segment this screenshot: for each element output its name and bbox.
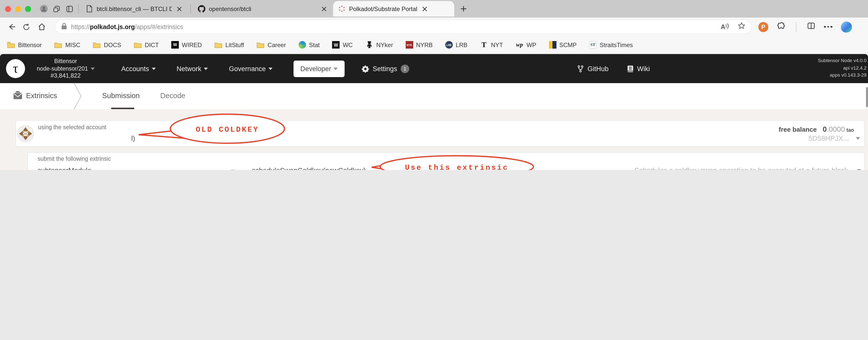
nav-governance[interactable]: Governance [229, 65, 272, 72]
zoom-window-button[interactable] [25, 6, 31, 12]
wc-icon: W [332, 41, 340, 49]
close-tab-icon[interactable] [320, 5, 328, 13]
scmp-icon [549, 41, 556, 49]
chevron-down-icon [857, 169, 861, 170]
bookmark-straitstimes[interactable]: STStraitsTimes [589, 41, 633, 49]
method-description[interactable]: Schedules a coldkey swap operation to be… [634, 166, 861, 170]
read-aloud-icon[interactable]: A [721, 23, 729, 31]
straitstimes-icon: ST [589, 41, 597, 49]
reload-icon[interactable] [19, 19, 34, 34]
back-icon[interactable] [4, 19, 19, 34]
nav-network[interactable]: Network [177, 65, 208, 72]
bookmark-wc[interactable]: WWC [332, 41, 352, 49]
newyorker-dandy-icon [365, 41, 373, 49]
section-title: Extrinsics [26, 92, 57, 100]
extrinsic-select-row: submit the following extrinsic subtensor… [28, 152, 865, 170]
more-menu-icon[interactable] [824, 26, 832, 28]
account-select-row[interactable]: using the selected account l) free balan… [16, 120, 865, 147]
favorite-star-icon[interactable] [738, 22, 745, 32]
folder-icon [93, 41, 101, 49]
bookmark-lrb[interactable]: LRBLRB [445, 41, 468, 49]
version-info: Subtensor Node v4.0.0 api v12.4.2 apps v… [818, 57, 867, 79]
account-identicon [17, 125, 34, 142]
module-select[interactable]: subtensorModule [37, 166, 91, 170]
node-name: node-subtensor/201 [37, 65, 88, 71]
bookmark-litstuff[interactable]: LitStuff [214, 41, 244, 49]
book-icon [627, 65, 633, 72]
free-balance: free balance 0.0000tao [779, 125, 854, 134]
bookmark-nyt[interactable]: TNYT [480, 41, 503, 49]
split-screen-icon[interactable] [807, 22, 815, 32]
tab-submission[interactable]: Submission [102, 92, 140, 100]
bittensor-logo[interactable]: τ [6, 59, 25, 78]
folder-icon [214, 41, 222, 49]
chevron-down-icon [90, 68, 94, 70]
account-address-dropdown[interactable]: 5D58HPJX... [808, 134, 860, 142]
nyrb-icon: NYR [405, 41, 413, 49]
tab-title: Polkadot/Substrate Portal [349, 5, 417, 12]
bookmark-nyrb[interactable]: NYRNYRB [405, 41, 433, 49]
github-link[interactable]: GitHub [577, 54, 609, 83]
account-name-fragment: l) [131, 134, 135, 142]
bookmark-dict[interactable]: DICT [134, 41, 159, 49]
copilot-icon[interactable] [841, 21, 852, 32]
stat-icon [299, 41, 306, 49]
method-select[interactable]: scheduleSwapColdkey(newColdkey) [252, 166, 366, 170]
bookmark-wp[interactable]: wpWP [516, 41, 536, 49]
portal-header: τ Bittensor node-subtensor/201 #3,841,82… [0, 54, 868, 83]
browser-toolbar: https://polkadot.js.org/apps/#/extrinsic… [0, 18, 868, 36]
browser-tab-btcli-docs[interactable]: btcli.bittensor_cli — BTCLI Docs [81, 0, 188, 18]
workspaces-icon[interactable] [63, 2, 76, 15]
nav-accounts[interactable]: Accounts [121, 65, 156, 72]
lrb-icon: LRB [445, 41, 453, 49]
nyt-icon: T [480, 41, 488, 49]
home-icon[interactable] [34, 19, 49, 34]
chevron-down-icon [268, 68, 272, 70]
nav-settings[interactable]: Settings 1 [362, 64, 409, 73]
document-icon [86, 5, 93, 12]
folder-icon [7, 41, 15, 49]
nav-developer[interactable]: Developer [293, 60, 345, 77]
polkadot-icon [338, 5, 346, 12]
block-number: #3,841,822 [31, 72, 100, 80]
address-bar[interactable]: https://polkadot.js.org/apps/#/extrinsic… [55, 20, 751, 34]
bookmark-docs[interactable]: DOCS [93, 41, 121, 49]
collections-icon[interactable] [50, 2, 63, 15]
minimize-window-button[interactable] [15, 6, 21, 12]
wiki-link[interactable]: Wiki [627, 54, 650, 83]
extrinsic-label: submit the following extrinsic [37, 156, 111, 162]
extensions-puzzle-icon[interactable] [777, 22, 785, 32]
chevron-down-icon [152, 68, 156, 70]
scrollbar-thumb[interactable] [866, 87, 868, 107]
fork-icon [577, 65, 584, 72]
settings-badge: 1 [401, 64, 409, 73]
profile-icon[interactable] [37, 2, 50, 15]
bookmarks-bar: Bittensor MISC DOCS DICT WWIRED LitStuff… [0, 36, 868, 54]
close-window-button[interactable] [5, 6, 11, 12]
chevron-down-icon [856, 137, 860, 140]
bookmark-nyker[interactable]: NYker [365, 41, 393, 49]
screen: btcli.bittensor_cli — BTCLI Docs openten… [0, 0, 868, 170]
polkadot-extension-icon[interactable]: P [758, 22, 768, 32]
close-tab-icon[interactable] [421, 5, 429, 13]
new-tab-button[interactable] [459, 5, 467, 13]
node-selector[interactable]: Bittensor node-subtensor/201 #3,841,822 [31, 58, 100, 80]
url-text: https://polkadot.js.org/apps/#/extrinsic… [71, 23, 183, 30]
bookmark-scmp[interactable]: SCMP [549, 41, 577, 49]
wired-icon: W [171, 41, 179, 49]
account-label: using the selected account [38, 124, 106, 130]
browser-tab-github[interactable]: opentensor/btcli [193, 0, 333, 18]
bookmark-career[interactable]: Career [256, 41, 286, 49]
window-controls [0, 6, 37, 12]
close-tab-icon[interactable] [175, 5, 183, 13]
browser-tab-polkadot-portal[interactable]: Polkadot/Substrate Portal [333, 1, 454, 17]
bookmark-misc[interactable]: MISC [54, 41, 81, 49]
bookmark-bittensor[interactable]: Bittensor [7, 41, 42, 49]
tab-decode[interactable]: Decode [160, 92, 185, 100]
github-icon [198, 5, 205, 12]
bookmark-wired[interactable]: WWIRED [171, 41, 202, 49]
bookmark-stat[interactable]: Stat [299, 41, 320, 49]
folder-icon [54, 41, 62, 49]
extrinsics-subnav: Extrinsics Submission Decode [0, 83, 868, 109]
wp-icon: wp [516, 41, 524, 49]
